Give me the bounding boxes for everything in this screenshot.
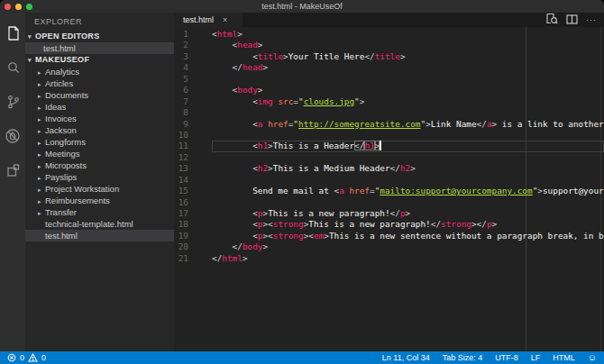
line-number: 5: [174, 74, 188, 85]
folder-item-longforms[interactable]: ▸Longforms: [25, 136, 174, 148]
code-line-8[interactable]: 8: [174, 107, 604, 118]
folder-item-microposts[interactable]: ▸Microposts: [25, 159, 174, 171]
search-icon[interactable]: [0, 50, 25, 85]
line-content: [212, 74, 604, 85]
folder-item-reimbursements[interactable]: ▸Reimbursements: [25, 195, 174, 206]
line-number: 12: [174, 152, 188, 163]
code-line-9[interactable]: 9 <a href="http://somegreatsite.com">Lin…: [174, 119, 604, 130]
code-line-15[interactable]: 15 Send me mail at <a href="mailto:suppo…: [174, 186, 604, 196]
chevron-right-icon: ▸: [38, 67, 45, 77]
maximize-window-button[interactable]: [26, 4, 32, 10]
encoding-indicator[interactable]: UTF-8: [495, 353, 518, 362]
chevron-right-icon: ▸: [38, 172, 45, 183]
folder-item-documents[interactable]: ▸Documents: [25, 89, 174, 101]
line-number: 11: [174, 141, 188, 151]
line-content: [212, 175, 604, 186]
line-content: </body>: [212, 241, 604, 252]
folder-item-ideas[interactable]: ▸Ideas: [25, 101, 174, 113]
code-line-13[interactable]: 13 <h2>This is a Medium Header</h2>: [174, 163, 604, 174]
warnings-count[interactable]: 0: [41, 353, 46, 362]
warnings-icon[interactable]: [28, 353, 38, 362]
explorer-icon[interactable]: [0, 16, 25, 50]
chevron-right-icon: ▸: [38, 207, 45, 218]
activity-bar: [0, 13, 25, 351]
tab-test-html[interactable]: test.html ×: [174, 13, 243, 27]
tab-size-indicator[interactable]: Tab Size: 4: [443, 353, 483, 362]
folder-item-meetings[interactable]: ▸Meetings: [25, 148, 174, 159]
close-tab-icon[interactable]: ×: [223, 15, 227, 24]
chevron-right-icon: ▸: [38, 184, 45, 195]
errors-icon[interactable]: [7, 353, 16, 362]
folder-item-articles[interactable]: ▸Articles: [25, 77, 174, 89]
line-content: [212, 197, 604, 208]
folder-item-transfer[interactable]: ▸Transfer: [25, 206, 174, 218]
folder-item-jackson[interactable]: ▸Jackson: [25, 124, 174, 136]
code-line-16[interactable]: 16: [174, 197, 604, 208]
folder-item-invoices[interactable]: ▸Invoices: [25, 113, 174, 124]
code-line-5[interactable]: 5: [174, 74, 604, 85]
folder-item-payslips[interactable]: ▸Payslips: [25, 171, 174, 183]
source-control-icon[interactable]: [0, 85, 25, 119]
open-editor-item-test.html[interactable]: test.html: [25, 42, 174, 54]
language-indicator[interactable]: HTML: [553, 353, 575, 362]
code-line-4[interactable]: 4 </head>: [174, 62, 604, 73]
line-number: 9: [174, 119, 188, 130]
code-line-11[interactable]: 11 <h1>This is a Header</h1>: [174, 141, 604, 151]
code-line-18[interactable]: 18 <p><strong>This is a new paragraph!</…: [174, 219, 604, 230]
errors-count[interactable]: 0: [20, 353, 24, 362]
code-line-19[interactable]: 19 <p><strong><em>This is a new sentence…: [174, 231, 604, 241]
debug-icon[interactable]: [0, 119, 25, 153]
cursor-position[interactable]: Ln 11, Col 34: [382, 353, 430, 362]
line-number: 18: [174, 219, 188, 230]
line-content: Send me mail at <a href="mailto:support@…: [212, 186, 604, 196]
split-editor-icon[interactable]: [566, 12, 578, 28]
eol-indicator[interactable]: LF: [531, 353, 541, 362]
code-line-20[interactable]: 20 </body>: [174, 241, 604, 252]
file-item-technical-template.html[interactable]: technical-template.html: [25, 218, 174, 230]
line-content: <p><strong>This is a new paragraph!</str…: [212, 219, 604, 230]
code-line-21[interactable]: 21</html>: [174, 253, 604, 264]
folder-section-header[interactable]: ▾MAKEUSEOF: [25, 54, 174, 66]
tab-bar: test.html × ···: [174, 13, 604, 27]
line-number: 20: [174, 241, 188, 252]
chevron-right-icon: ▸: [38, 78, 45, 89]
line-content: <body>: [212, 85, 604, 96]
file-item-test.html[interactable]: test.html: [25, 230, 174, 241]
line-content: <a href="http://somegreatsite.com">Link …: [212, 119, 604, 130]
open-preview-icon[interactable]: [545, 12, 558, 28]
code-line-6[interactable]: 6 <body>: [174, 85, 604, 96]
folder-item-project-workstation[interactable]: ▸Project Workstation: [25, 183, 174, 195]
vscode-window: test.html - MakeUseOf EXPLORER: [0, 0, 604, 364]
line-content: <html>: [212, 29, 604, 40]
close-window-button[interactable]: [5, 4, 11, 10]
line-number: 6: [174, 85, 188, 96]
line-number: 19: [174, 231, 188, 241]
code-line-14[interactable]: 14: [174, 175, 604, 186]
explorer-sidebar: EXPLORER ▾OPEN EDITORS test.html ▾MAKEUS…: [25, 13, 174, 351]
code-line-1[interactable]: 1<html>: [174, 29, 604, 40]
chevron-right-icon: ▸: [38, 196, 45, 206]
line-content: <title>Your Title Here</title>: [212, 51, 604, 62]
code-line-12[interactable]: 12: [174, 152, 604, 163]
chevron-down-icon: ▾: [28, 54, 35, 66]
feedback-smiley-icon[interactable]: ☺: [588, 353, 597, 362]
code-line-2[interactable]: 2 <head>: [174, 40, 604, 50]
code-line-7[interactable]: 7 <img src="clouds.jpg">: [174, 96, 604, 107]
code-line-10[interactable]: 10: [174, 130, 604, 141]
extensions-icon[interactable]: [0, 153, 25, 187]
code-editor[interactable]: 1<html>2 <head>3 <title>Your Title Here<…: [174, 27, 604, 351]
line-content: <h1>This is a Header</h1>: [212, 141, 604, 151]
editor-actions: ···: [545, 13, 604, 27]
sidebar-title: EXPLORER: [25, 13, 174, 31]
code-line-17[interactable]: 17 <p>This is a new paragraph!</p>: [174, 208, 604, 219]
more-actions-icon[interactable]: ···: [586, 15, 597, 24]
window-title: test.html - MakeUseOf: [261, 2, 343, 11]
chevron-right-icon: ▸: [38, 114, 45, 124]
open-editors-header[interactable]: ▾OPEN EDITORS: [25, 31, 174, 42]
folder-item-analytics[interactable]: ▸Analytics: [25, 66, 174, 77]
file-tree: ▸Analytics▸Articles▸Documents▸Ideas▸Invo…: [25, 66, 174, 241]
line-number: 2: [174, 40, 188, 50]
line-content: [212, 152, 604, 163]
code-line-3[interactable]: 3 <title>Your Title Here</title>: [174, 51, 604, 62]
minimize-window-button[interactable]: [15, 4, 22, 10]
